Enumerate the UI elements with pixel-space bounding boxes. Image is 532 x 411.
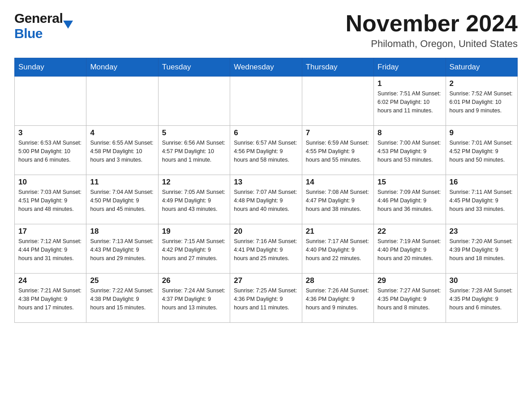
day-info: Sunrise: 7:15 AM Sunset: 4:42 PM Dayligh… (162, 237, 226, 262)
day-number: 12 (162, 178, 226, 187)
day-cell: 9Sunrise: 7:01 AM Sunset: 4:52 PM Daylig… (446, 126, 517, 175)
day-info: Sunrise: 7:22 AM Sunset: 4:38 PM Dayligh… (90, 287, 154, 312)
day-number: 5 (162, 128, 226, 137)
day-cell: 3Sunrise: 6:53 AM Sunset: 5:00 PM Daylig… (15, 126, 86, 175)
day-info: Sunrise: 7:28 AM Sunset: 4:35 PM Dayligh… (450, 287, 514, 312)
day-number: 24 (18, 276, 82, 285)
day-info: Sunrise: 7:25 AM Sunset: 4:36 PM Dayligh… (234, 287, 298, 312)
day-cell: 11Sunrise: 7:04 AM Sunset: 4:50 PM Dayli… (86, 175, 158, 224)
day-cell (302, 77, 373, 126)
logo-general: General (14, 11, 63, 26)
day-cell: 12Sunrise: 7:05 AM Sunset: 4:49 PM Dayli… (158, 175, 230, 224)
day-info: Sunrise: 7:07 AM Sunset: 4:48 PM Dayligh… (234, 188, 298, 213)
day-cell: 13Sunrise: 7:07 AM Sunset: 4:48 PM Dayli… (230, 175, 302, 224)
day-cell (86, 77, 158, 126)
day-number: 3 (18, 128, 82, 137)
day-info: Sunrise: 6:55 AM Sunset: 4:58 PM Dayligh… (90, 139, 154, 164)
weekday-header-wednesday: Wednesday (230, 58, 302, 77)
day-cell: 14Sunrise: 7:08 AM Sunset: 4:47 PM Dayli… (302, 175, 373, 224)
day-number: 29 (378, 276, 442, 285)
location: Philomath, Oregon, United States (346, 38, 518, 50)
day-cell: 30Sunrise: 7:28 AM Sunset: 4:35 PM Dayli… (446, 274, 517, 323)
day-cell: 2Sunrise: 7:52 AM Sunset: 6:01 PM Daylig… (446, 77, 517, 126)
week-row-1: 1Sunrise: 7:51 AM Sunset: 6:02 PM Daylig… (15, 77, 518, 126)
day-info: Sunrise: 7:12 AM Sunset: 4:44 PM Dayligh… (18, 237, 82, 262)
day-cell: 27Sunrise: 7:25 AM Sunset: 4:36 PM Dayli… (230, 274, 302, 323)
day-cell: 25Sunrise: 7:22 AM Sunset: 4:38 PM Dayli… (86, 274, 158, 323)
title-area: November 2024 Philomath, Oregon, United … (346, 11, 518, 50)
day-number: 22 (378, 227, 442, 236)
day-cell (158, 77, 230, 126)
day-cell: 24Sunrise: 7:21 AM Sunset: 4:38 PM Dayli… (15, 274, 86, 323)
day-number: 30 (450, 276, 514, 285)
day-info: Sunrise: 7:20 AM Sunset: 4:39 PM Dayligh… (450, 237, 514, 262)
day-cell: 18Sunrise: 7:13 AM Sunset: 4:43 PM Dayli… (86, 224, 158, 274)
day-info: Sunrise: 6:59 AM Sunset: 4:55 PM Dayligh… (306, 139, 370, 164)
day-cell: 5Sunrise: 6:56 AM Sunset: 4:57 PM Daylig… (158, 126, 230, 175)
day-cell: 1Sunrise: 7:51 AM Sunset: 6:02 PM Daylig… (374, 77, 446, 126)
weekday-header-monday: Monday (86, 58, 158, 77)
day-info: Sunrise: 6:57 AM Sunset: 4:56 PM Dayligh… (234, 139, 298, 164)
page-header: General Blue November 2024 Philomath, Or… (14, 11, 518, 50)
day-info: Sunrise: 7:21 AM Sunset: 4:38 PM Dayligh… (18, 287, 82, 312)
day-cell: 16Sunrise: 7:11 AM Sunset: 4:45 PM Dayli… (446, 175, 517, 224)
logo-arrow-icon (63, 21, 73, 29)
day-number: 6 (234, 128, 298, 137)
day-number: 14 (306, 178, 370, 187)
day-info: Sunrise: 7:17 AM Sunset: 4:40 PM Dayligh… (306, 237, 370, 262)
day-cell: 19Sunrise: 7:15 AM Sunset: 4:42 PM Dayli… (158, 224, 230, 274)
day-number: 4 (90, 128, 154, 137)
day-info: Sunrise: 7:11 AM Sunset: 4:45 PM Dayligh… (450, 188, 514, 213)
day-number: 18 (90, 227, 154, 236)
week-row-2: 3Sunrise: 6:53 AM Sunset: 5:00 PM Daylig… (15, 126, 518, 175)
day-info: Sunrise: 7:04 AM Sunset: 4:50 PM Dayligh… (90, 188, 154, 213)
week-row-3: 10Sunrise: 7:03 AM Sunset: 4:51 PM Dayli… (15, 175, 518, 224)
day-cell (230, 77, 302, 126)
day-info: Sunrise: 7:51 AM Sunset: 6:02 PM Dayligh… (378, 90, 442, 115)
day-cell: 15Sunrise: 7:09 AM Sunset: 4:46 PM Dayli… (374, 175, 446, 224)
day-info: Sunrise: 7:09 AM Sunset: 4:46 PM Dayligh… (378, 188, 442, 213)
day-cell: 17Sunrise: 7:12 AM Sunset: 4:44 PM Dayli… (15, 224, 86, 274)
day-number: 7 (306, 128, 370, 137)
day-cell: 8Sunrise: 7:00 AM Sunset: 4:53 PM Daylig… (374, 126, 446, 175)
day-number: 27 (234, 276, 298, 285)
weekday-header-thursday: Thursday (302, 58, 373, 77)
day-info: Sunrise: 6:53 AM Sunset: 5:00 PM Dayligh… (18, 139, 82, 164)
logo-blue: Blue (14, 26, 43, 41)
day-number: 20 (234, 227, 298, 236)
day-info: Sunrise: 7:05 AM Sunset: 4:49 PM Dayligh… (162, 188, 226, 213)
weekday-header-row: SundayMondayTuesdayWednesdayThursdayFrid… (15, 58, 518, 77)
day-info: Sunrise: 7:27 AM Sunset: 4:35 PM Dayligh… (378, 287, 442, 312)
month-title: November 2024 (346, 11, 518, 36)
calendar-table: SundayMondayTuesdayWednesdayThursdayFrid… (14, 58, 518, 323)
day-info: Sunrise: 7:08 AM Sunset: 4:47 PM Dayligh… (306, 188, 370, 213)
day-number: 16 (450, 178, 514, 187)
weekday-header-saturday: Saturday (446, 58, 517, 77)
day-cell: 26Sunrise: 7:24 AM Sunset: 4:37 PM Dayli… (158, 274, 230, 323)
day-number: 19 (162, 227, 226, 236)
day-cell: 10Sunrise: 7:03 AM Sunset: 4:51 PM Dayli… (15, 175, 86, 224)
day-cell: 22Sunrise: 7:19 AM Sunset: 4:40 PM Dayli… (374, 224, 446, 274)
day-info: Sunrise: 7:03 AM Sunset: 4:51 PM Dayligh… (18, 188, 82, 213)
day-info: Sunrise: 7:00 AM Sunset: 4:53 PM Dayligh… (378, 139, 442, 164)
day-number: 13 (234, 178, 298, 187)
day-info: Sunrise: 7:24 AM Sunset: 4:37 PM Dayligh… (162, 287, 226, 312)
logo: General Blue (14, 11, 73, 41)
weekday-header-friday: Friday (374, 58, 446, 77)
week-row-4: 17Sunrise: 7:12 AM Sunset: 4:44 PM Dayli… (15, 224, 518, 274)
day-cell: 21Sunrise: 7:17 AM Sunset: 4:40 PM Dayli… (302, 224, 373, 274)
weekday-header-sunday: Sunday (15, 58, 86, 77)
day-info: Sunrise: 7:19 AM Sunset: 4:40 PM Dayligh… (378, 237, 442, 262)
day-info: Sunrise: 7:52 AM Sunset: 6:01 PM Dayligh… (450, 90, 514, 115)
day-number: 1 (378, 79, 442, 88)
day-number: 26 (162, 276, 226, 285)
day-cell (15, 77, 86, 126)
day-cell: 6Sunrise: 6:57 AM Sunset: 4:56 PM Daylig… (230, 126, 302, 175)
weekday-header-tuesday: Tuesday (158, 58, 230, 77)
week-row-5: 24Sunrise: 7:21 AM Sunset: 4:38 PM Dayli… (15, 274, 518, 323)
day-info: Sunrise: 7:26 AM Sunset: 4:36 PM Dayligh… (306, 287, 370, 312)
day-number: 15 (378, 178, 442, 187)
day-number: 2 (450, 79, 514, 88)
day-cell: 4Sunrise: 6:55 AM Sunset: 4:58 PM Daylig… (86, 126, 158, 175)
day-number: 10 (18, 178, 82, 187)
